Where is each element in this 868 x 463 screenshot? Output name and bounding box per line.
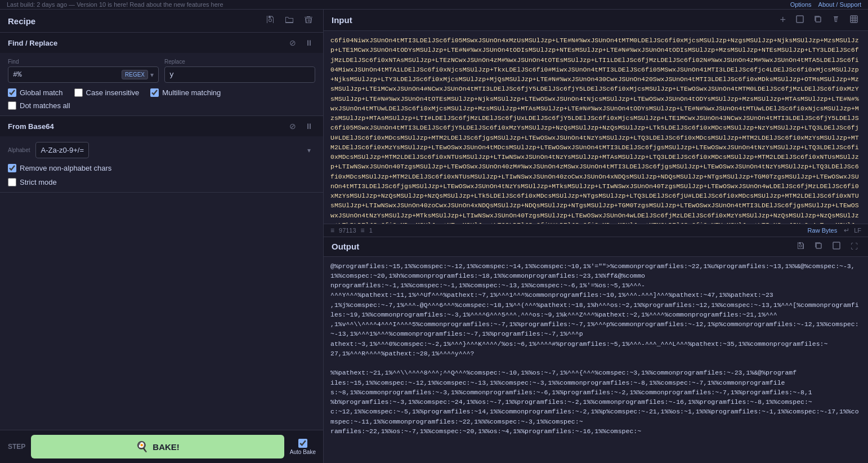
- find-replace-controls: ⊘ ⏸: [287, 37, 315, 48]
- from-base64-pause-button[interactable]: ⏸: [303, 121, 315, 132]
- input-copy-button[interactable]: [812, 14, 824, 26]
- options-link[interactable]: Options: [790, 1, 812, 8]
- input-header: Input +: [324, 10, 868, 31]
- bottom-bar: STEP 🍳 BAKE! Auto Bake: [0, 430, 324, 463]
- input-status-right: Raw Bytes ↵ LF: [806, 226, 861, 235]
- svg-rect-0: [797, 16, 803, 23]
- recipe-icon-group: [263, 14, 315, 28]
- output-header: Output ⛶: [324, 237, 868, 257]
- alphabet-label: Alphabet: [8, 147, 30, 153]
- dot-matches-all-checkbox[interactable]: [8, 101, 16, 110]
- input-panel-icons: +: [777, 13, 860, 27]
- output-title: Output: [332, 242, 359, 251]
- input-section: Input + c6fi04NiwxJ: [324, 10, 868, 237]
- from-base64-header: From Base64 ⊘ ⏸: [0, 116, 323, 136]
- auto-bake-checkbox[interactable]: [298, 439, 307, 448]
- dot-matches-all-label: Dot matches all: [20, 101, 70, 110]
- find-replace-pause-button[interactable]: ⏸: [303, 37, 315, 48]
- replace-input[interactable]: [169, 67, 310, 82]
- recipe-header: Recipe: [0, 10, 323, 33]
- find-replace-options: Global match Case insensitive Multiline …: [8, 88, 315, 97]
- case-insensitive-label: Case insensitive: [86, 88, 140, 97]
- find-mode-chevron[interactable]: ▾: [150, 71, 154, 79]
- input-line-count: 1: [369, 227, 373, 234]
- bake-button[interactable]: 🍳 BAKE!: [31, 435, 284, 458]
- remove-non-alphabet-option[interactable]: Remove non-alphabet chars: [8, 164, 111, 172]
- strict-mode-checkbox[interactable]: [8, 178, 16, 186]
- find-replace-options-row2: Dot matches all: [8, 101, 315, 110]
- output-copy-button[interactable]: [812, 241, 825, 253]
- input-delete-button[interactable]: [830, 14, 842, 26]
- find-label: Find: [8, 59, 159, 65]
- case-insensitive-checkbox[interactable]: [74, 88, 83, 97]
- regex-badge[interactable]: REGEX: [122, 70, 148, 79]
- char-count-icon: ≡: [330, 226, 334, 234]
- input-content[interactable]: c6fi04NiwxJSUnOn4tMTI3LDElJSc6fi05MSwxJS…: [324, 31, 868, 224]
- svg-rect-1: [816, 17, 821, 22]
- remove-non-alphabet-checkbox[interactable]: [8, 164, 16, 172]
- replace-input-group: Replace: [164, 59, 315, 83]
- find-replace-inputs: Find REGEX ▾ Replace: [8, 59, 315, 83]
- input-grid-button[interactable]: [848, 14, 860, 26]
- output-fullscreen-button[interactable]: ⛶: [848, 241, 860, 252]
- build-info: Last build: 2 days ago — Version 10 is h…: [7, 1, 223, 8]
- output-save-button[interactable]: [794, 241, 807, 253]
- from-base64-controls: ⊘ ⏸: [287, 121, 315, 132]
- replace-input-wrapper: [164, 66, 315, 83]
- from-base64-disable-button[interactable]: ⊘: [287, 121, 298, 132]
- find-input[interactable]: [13, 67, 118, 82]
- output-content[interactable]: @%programfiles:~15,1%%comspec:~-12,1%%co…: [324, 257, 868, 464]
- svg-rect-7: [816, 243, 821, 248]
- input-title: Input: [332, 15, 352, 25]
- remove-non-alphabet-label: Remove non-alphabet chars: [20, 164, 111, 172]
- find-replace-body: Find REGEX ▾ Replace: [0, 53, 323, 115]
- input-status-left: ≡ 97113 ≡ 1: [330, 226, 373, 234]
- lf-label: LF: [854, 227, 861, 234]
- input-status-bar: ≡ 97113 ≡ 1 Raw Bytes ↵ LF: [324, 224, 868, 237]
- recipe-title: Recipe: [8, 16, 35, 26]
- output-section: Output ⛶ @%programfiles:~15,1%%comspec:~…: [324, 237, 868, 464]
- recipe-content: Find / Replace ⊘ ⏸ Find REGEX ▾: [0, 33, 323, 463]
- base64-options-row2: Strict mode: [8, 178, 315, 186]
- from-base64-operation: From Base64 ⊘ ⏸ Alphabet A-Za-z0-9+/=: [0, 116, 323, 193]
- multiline-checkbox[interactable]: [150, 88, 159, 97]
- bake-label: BAKE!: [153, 442, 180, 452]
- line-count-icon: ≡: [361, 226, 365, 234]
- input-add-button[interactable]: +: [777, 13, 788, 27]
- lf-icon: ↵: [844, 226, 849, 234]
- find-input-group: Find REGEX ▾: [8, 59, 159, 83]
- auto-bake-label: Auto Bake: [290, 449, 316, 455]
- step-label: STEP: [8, 443, 25, 451]
- case-insensitive-option[interactable]: Case insensitive: [74, 88, 140, 97]
- alphabet-select[interactable]: A-Za-z0-9+/=: [35, 142, 89, 158]
- from-base64-title: From Base64: [8, 122, 54, 131]
- right-panel: Input + c6fi04NiwxJ: [324, 10, 868, 463]
- strict-mode-option[interactable]: Strict mode: [8, 178, 57, 186]
- find-replace-header: Find / Replace ⊘ ⏸: [0, 33, 323, 53]
- global-match-label: Global match: [20, 88, 63, 97]
- raw-bytes-button[interactable]: Raw Bytes: [806, 226, 840, 235]
- from-base64-body: Alphabet A-Za-z0-9+/= Remove non-alphabe…: [0, 136, 323, 192]
- output-panel-icons: ⛶: [794, 241, 860, 253]
- open-recipe-button[interactable]: [283, 14, 296, 28]
- save-recipe-button[interactable]: [263, 14, 277, 28]
- replace-label: Replace: [164, 59, 315, 65]
- about-link[interactable]: About / Support: [818, 1, 861, 8]
- multiline-option[interactable]: Multiline matching: [150, 88, 221, 97]
- base64-options: Remove non-alphabet chars: [8, 164, 315, 172]
- input-maximize-button[interactable]: [794, 14, 806, 26]
- global-match-checkbox[interactable]: [8, 88, 16, 97]
- alphabet-select-wrapper: A-Za-z0-9+/=: [35, 142, 315, 158]
- output-maximize-button[interactable]: [830, 241, 843, 253]
- svg-rect-8: [833, 242, 840, 249]
- global-match-option[interactable]: Global match: [8, 88, 63, 97]
- find-input-wrapper: REGEX ▾: [8, 66, 159, 83]
- delete-recipe-button[interactable]: [302, 14, 315, 28]
- strict-mode-label: Strict mode: [20, 178, 57, 186]
- alphabet-row: Alphabet A-Za-z0-9+/=: [8, 142, 315, 158]
- auto-bake-wrapper: Auto Bake: [290, 439, 316, 455]
- dot-matches-all-option[interactable]: Dot matches all: [8, 101, 70, 110]
- find-replace-disable-button[interactable]: ⊘: [287, 37, 298, 48]
- svg-rect-6: [851, 16, 857, 23]
- find-replace-title: Find / Replace: [8, 39, 57, 47]
